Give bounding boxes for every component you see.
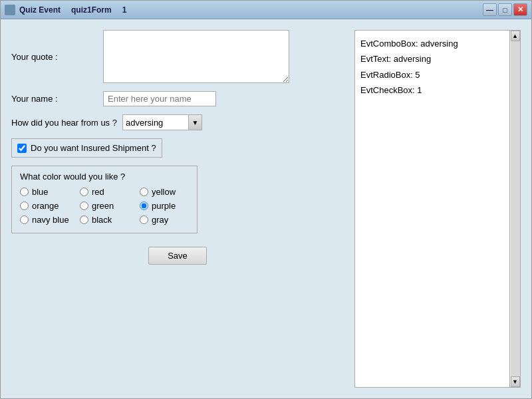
title-bar-controls: — □ ✕ <box>483 3 527 16</box>
scrollbar-up-button[interactable]: ▲ <box>511 31 520 41</box>
color-label-black: black <box>92 215 112 225</box>
combo-arrow-icon[interactable]: ▼ <box>188 115 201 130</box>
color-radio-blue[interactable] <box>20 188 29 196</box>
heard-select[interactable]: adversing internet friend other <box>123 116 188 129</box>
minimize-button[interactable]: — <box>483 3 497 16</box>
name-input[interactable] <box>103 91 216 106</box>
log-scrollbar: ▲ ▼ <box>509 31 520 387</box>
quote-row: Your quote : <box>11 30 344 83</box>
color-label-blue: blue <box>32 187 49 197</box>
name-row: Your name : <box>11 91 344 106</box>
color-label-navy-blue: navy blue <box>32 215 69 225</box>
color-radio-yellow[interactable] <box>140 188 148 196</box>
color-radio-purple[interactable] <box>140 201 148 210</box>
restore-button[interactable]: □ <box>498 3 512 16</box>
heard-label: How did you hear from us ? <box>11 118 117 128</box>
left-panel: Your quote : Your name : How did you hea… <box>11 30 344 388</box>
insured-row: Do you want Insured Shipment ? <box>11 138 162 158</box>
scrollbar-track <box>511 41 520 376</box>
log-line-1: EvtComboBox: adversing <box>360 36 515 51</box>
window-subtitle: quiz1Form <box>71 5 112 15</box>
color-item-red: red <box>80 187 140 197</box>
save-row: Save <box>11 247 344 265</box>
color-radio-green[interactable] <box>80 201 88 210</box>
color-radio-navy-blue[interactable] <box>20 215 29 224</box>
insured-label: Do you want Insured Shipment ? <box>31 143 156 153</box>
color-section: What color would you like ? blue red yel… <box>11 166 198 233</box>
log-content: EvtComboBox: adversing EvtText: adversin… <box>355 31 520 387</box>
log-line-3: EvtRadioBox: 5 <box>360 67 515 82</box>
insured-checkbox[interactable] <box>17 144 27 153</box>
color-label-orange: orange <box>32 201 59 211</box>
right-panel: EvtComboBox: adversing EvtText: adversin… <box>354 30 521 388</box>
window-icon <box>5 5 15 15</box>
scrollbar-down-button[interactable]: ▼ <box>511 376 520 387</box>
color-item-green: green <box>80 201 140 211</box>
color-item-blue: blue <box>20 187 80 197</box>
title-bar-text: Quiz Event quiz1Form 1 <box>19 5 483 15</box>
color-label-green: green <box>92 201 114 211</box>
color-label-gray: gray <box>152 215 168 225</box>
main-window: Quiz Event quiz1Form 1 — □ ✕ Your quote … <box>0 0 532 399</box>
color-item-purple: purple <box>140 201 200 211</box>
quote-textarea[interactable] <box>103 30 289 83</box>
color-radio-orange[interactable] <box>20 201 29 210</box>
heard-row: How did you hear from us ? adversing int… <box>11 114 344 130</box>
color-radio-black[interactable] <box>80 215 88 224</box>
color-radio-gray[interactable] <box>140 215 148 224</box>
color-item-gray: gray <box>140 215 200 225</box>
color-grid: blue red yellow orange <box>20 187 189 225</box>
name-label: Your name : <box>11 94 98 104</box>
save-button[interactable]: Save <box>148 247 207 265</box>
color-item-black: black <box>80 215 140 225</box>
quote-label: Your quote : <box>11 52 98 62</box>
window-title: Quiz Event <box>19 5 61 15</box>
color-item-yellow: yellow <box>140 187 200 197</box>
color-label-red: red <box>92 187 104 197</box>
log-line-2: EvtText: adversing <box>360 51 515 66</box>
title-bar: Quiz Event quiz1Form 1 — □ ✕ <box>1 1 531 19</box>
window-tab: 1 <box>122 5 127 15</box>
log-line-4: EvtCheckBox: 1 <box>360 82 515 98</box>
heard-combo-wrapper: adversing internet friend other ▼ <box>122 114 202 130</box>
color-label-purple: purple <box>152 201 176 211</box>
color-section-title: What color would you like ? <box>20 172 189 182</box>
color-radio-red[interactable] <box>80 188 88 196</box>
window-content: Your quote : Your name : How did you hea… <box>1 19 531 398</box>
color-label-yellow: yellow <box>152 187 176 197</box>
color-item-navy-blue: navy blue <box>20 215 80 225</box>
close-button[interactable]: ✕ <box>513 3 527 16</box>
color-item-orange: orange <box>20 201 80 211</box>
